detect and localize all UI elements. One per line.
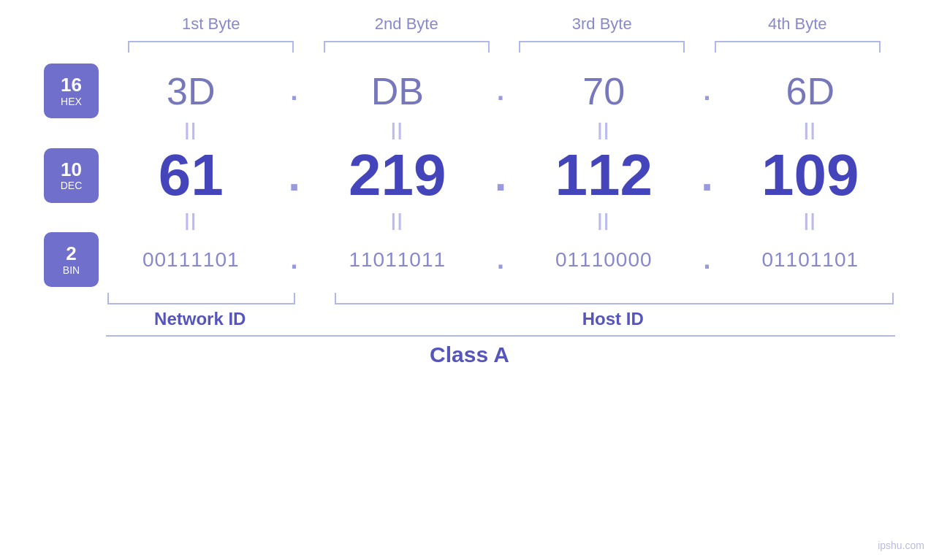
class-section: Class A [44, 335, 895, 367]
label-dot-spacer [294, 309, 331, 329]
dec-badge: 10 DEC [44, 148, 99, 203]
bin-b4-cell: 01101101 [726, 248, 896, 272]
watermark: ipshu.com [878, 540, 924, 551]
hex-dot3: . [689, 76, 726, 107]
host-bracket-inner-container [333, 293, 896, 304]
dec-b4: 109 [761, 142, 859, 209]
bin-dot2: . [482, 245, 519, 275]
byte1-header: 1st Byte [113, 15, 309, 39]
hex-b4: 6D [786, 69, 835, 113]
host-bracket [335, 293, 894, 304]
eq2-b3: || [598, 210, 610, 231]
byte3-header: 3rd Byte [504, 15, 700, 39]
eq2-b2: || [391, 210, 403, 231]
dec-b3: 112 [555, 142, 653, 209]
bin-dot3: . [689, 245, 726, 275]
bottom-brackets [106, 293, 895, 304]
dec-badge-number: 10 [61, 159, 82, 180]
eq1-b3: || [598, 120, 610, 140]
bin-badge-label: BIN [63, 264, 80, 276]
bin-row: 2 BIN 00111101 . 11011011 . 01110000 . 0… [44, 232, 895, 287]
network-id-label: Network ID [106, 309, 294, 329]
network-bracket-container [106, 293, 297, 304]
eq1-b2: || [391, 120, 403, 140]
dec-b3-cell: 112 [519, 142, 689, 209]
equals-row-2: || || || || [44, 210, 895, 231]
class-line [106, 335, 895, 337]
hex-b4-cell: 6D [726, 69, 896, 113]
hex-row: 16 HEX 3D . DB . 70 . 6D [44, 64, 895, 118]
dec-dot2: . [482, 150, 519, 201]
hex-badge: 16 HEX [44, 64, 99, 118]
bin-b3-cell: 01110000 [519, 248, 689, 272]
hex-values-grid: 3D . DB . 70 . 6D [106, 69, 895, 113]
host-id-label: Host ID [331, 309, 896, 329]
hex-b2: DB [371, 69, 424, 113]
hex-badge-number: 16 [61, 74, 82, 96]
network-bracket [107, 293, 295, 304]
bin-values-grid: 00111101 . 11011011 . 01110000 . 0110110… [106, 245, 895, 275]
hex-b1-cell: 3D [106, 69, 276, 113]
bin-badge: 2 BIN [44, 232, 99, 287]
bottom-section: Network ID Host ID [44, 293, 895, 329]
bracket-b3 [504, 41, 700, 53]
network-id-text: Network ID [154, 309, 246, 329]
bracket-b1 [113, 41, 309, 53]
hex-dot2: . [482, 76, 519, 107]
byte4-header: 4th Byte [700, 15, 896, 39]
dec-b2: 219 [349, 142, 446, 209]
dec-badge-label: DEC [61, 180, 83, 191]
dec-dot3: . [689, 150, 726, 201]
eq2-b4: || [804, 210, 816, 231]
bin-badge-number: 2 [66, 243, 76, 264]
dec-dot1: . [276, 150, 313, 201]
class-label: Class A [430, 342, 509, 367]
dec-b4-cell: 109 [726, 142, 896, 209]
hex-b3: 70 [582, 69, 625, 113]
class-line-container [106, 335, 895, 337]
bracket-b4 [700, 41, 896, 53]
main-container: 1st Byte 2nd Byte 3rd Byte 4th Byte 16 H… [0, 0, 939, 560]
eq1-b4: || [804, 120, 816, 140]
eq1-b1: || [185, 120, 197, 140]
bin-b1: 00111101 [142, 248, 240, 272]
dec-row: 10 DEC 61 . 219 . 112 . 109 [44, 142, 895, 209]
hex-badge-label: HEX [61, 96, 82, 107]
host-bracket-container [333, 293, 896, 304]
bin-b4: 01101101 [761, 248, 859, 272]
bin-b2-cell: 11011011 [313, 248, 483, 272]
equals-row-1: || || || || [44, 120, 895, 140]
bin-b1-cell: 00111101 [106, 248, 276, 272]
bin-b2: 11011011 [349, 248, 446, 272]
dec-b2-cell: 219 [313, 142, 483, 209]
bracket-dot-spacer [297, 293, 333, 304]
host-id-text: Host ID [582, 309, 644, 329]
bin-b3: 01110000 [555, 248, 653, 272]
byte2-header: 2nd Byte [309, 15, 505, 39]
hex-dot1: . [276, 76, 313, 107]
eq2-b1: || [185, 210, 197, 231]
class-label-row: Class A [44, 342, 895, 367]
bracket-b2 [309, 41, 505, 53]
bottom-labels: Network ID Host ID [106, 309, 895, 329]
hex-b2-cell: DB [313, 69, 483, 113]
dec-values-grid: 61 . 219 . 112 . 109 [106, 142, 895, 209]
bin-dot1: . [276, 245, 313, 275]
hex-b3-cell: 70 [519, 69, 689, 113]
hex-b1: 3D [167, 69, 215, 113]
dec-b1: 61 [159, 142, 224, 209]
dec-b1-cell: 61 [106, 142, 276, 209]
